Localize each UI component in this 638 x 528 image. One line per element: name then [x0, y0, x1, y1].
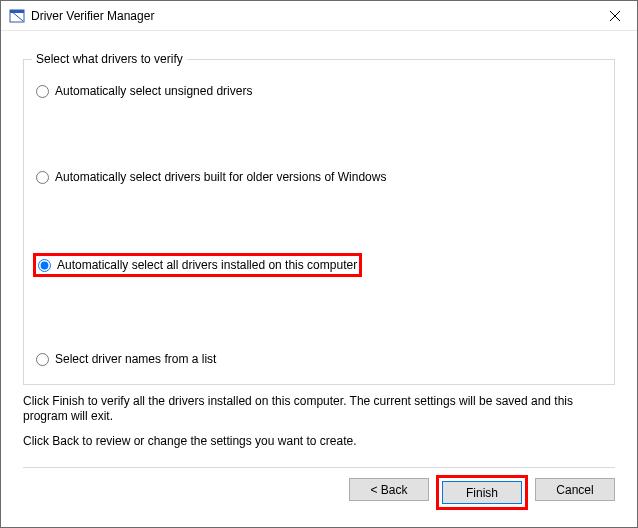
radio-older-label: Automatically select drivers built for o… [55, 170, 386, 184]
separator [23, 467, 615, 469]
radio-list-label: Select driver names from a list [55, 352, 216, 366]
radio-unsigned-label: Automatically select unsigned drivers [55, 84, 252, 98]
window-title: Driver Verifier Manager [31, 9, 154, 23]
wizard-buttons: < Back Finish Cancel [349, 478, 615, 507]
radio-option-list[interactable]: Select driver names from a list [36, 352, 216, 366]
instructions-line2: Click Back to review or change the setti… [23, 434, 615, 449]
back-button[interactable]: < Back [349, 478, 429, 501]
wizard-page: Select what drivers to verify Automatica… [11, 31, 627, 517]
cancel-button[interactable]: Cancel [535, 478, 615, 501]
drivers-fieldset: Select what drivers to verify Automatica… [23, 59, 615, 385]
instructions-line1: Click Finish to verify all the drivers i… [23, 394, 615, 424]
radio-list-input[interactable] [36, 353, 49, 366]
radio-option-unsigned[interactable]: Automatically select unsigned drivers [36, 84, 252, 98]
radio-unsigned-input[interactable] [36, 85, 49, 98]
radio-option-all[interactable]: Automatically select all drivers install… [36, 256, 359, 274]
radio-option-older[interactable]: Automatically select drivers built for o… [36, 170, 386, 184]
app-icon [9, 8, 25, 24]
titlebar: Driver Verifier Manager [1, 1, 637, 31]
close-icon [610, 11, 620, 21]
radio-older-input[interactable] [36, 171, 49, 184]
svg-rect-1 [10, 10, 24, 13]
finish-highlight: Finish [439, 478, 525, 507]
fieldset-legend: Select what drivers to verify [32, 52, 187, 66]
radio-all-label: Automatically select all drivers install… [57, 258, 357, 272]
window-frame: Driver Verifier Manager Select what driv… [0, 0, 638, 528]
finish-button[interactable]: Finish [442, 481, 522, 504]
instructions-text: Click Finish to verify all the drivers i… [23, 394, 615, 459]
close-button[interactable] [592, 1, 637, 31]
radio-all-input[interactable] [38, 259, 51, 272]
